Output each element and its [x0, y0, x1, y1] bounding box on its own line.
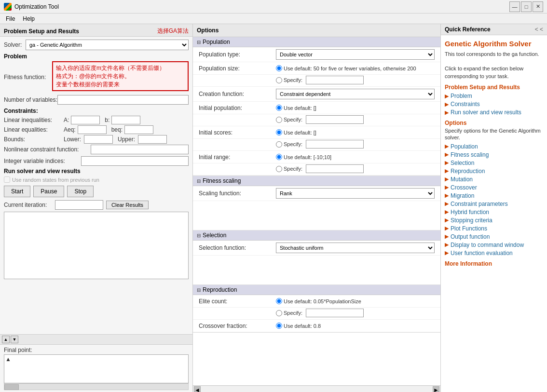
qr-link-run-solver-label: Run solver and view results — [451, 109, 521, 116]
start-button[interactable]: Start — [4, 186, 30, 197]
qr-link-stopping[interactable]: ▶ Stopping criteria — [445, 217, 543, 224]
horizontal-scrollbar[interactable] — [4, 383, 189, 390]
minimize-button[interactable]: — — [509, 1, 520, 12]
init-pop-specify-radio[interactable]: Specify: — [276, 115, 435, 124]
options-header: Options — [193, 24, 440, 37]
init-scores-label: Initial scores: — [199, 129, 276, 136]
iteration-row: Current iteration: Clear Results — [4, 200, 189, 210]
b-input[interactable] — [111, 116, 140, 124]
scaling-fn-select[interactable]: Rank Proportional Top Shift linear Custo… — [276, 188, 435, 199]
init-range-default-radio[interactable]: Use default: [-10;10] — [276, 154, 435, 160]
fitness-scaling-header[interactable]: ⊟ Fitness scaling — [193, 176, 440, 186]
random-states-checkbox[interactable] — [4, 176, 10, 183]
crossover-default-radio[interactable]: Use default: 0.8 — [276, 323, 435, 329]
init-pop-row: Initial population: Use default: [] — [193, 102, 440, 114]
selection-fn-select[interactable]: Stochastic uniform Remainder Uniform Rou… — [276, 243, 435, 253]
linear-ineq-label: Linear inequalities: — [4, 117, 62, 123]
aeq-input[interactable] — [78, 125, 107, 134]
elite-default-radio[interactable]: Use default: 0.05*PopulationSize — [276, 298, 435, 304]
qr-link-output-fn[interactable]: ▶ Output function — [445, 233, 543, 240]
qr-link-migration-label: Migration — [451, 192, 474, 199]
qr-link-migration[interactable]: ▶ Migration — [445, 192, 543, 199]
population-type-row: Population type: Double vector Binary st… — [193, 47, 440, 62]
creation-fn-select[interactable]: Constraint dependent Uniform Feasible po… — [276, 89, 435, 99]
pop-size-specify-input[interactable] — [306, 76, 364, 84]
qr-link-problem-label: Problem — [451, 93, 472, 99]
pause-button[interactable]: Pause — [33, 186, 64, 197]
close-button[interactable]: ✕ — [533, 1, 543, 12]
qr-link-plot-fns[interactable]: ▶ Plot Functions — [445, 225, 543, 232]
arrow-icon-plot-fns: ▶ — [445, 225, 449, 231]
pop-size-default-radio[interactable]: Use default: 50 for five or fewer variab… — [276, 65, 435, 71]
qr-link-user-fn[interactable]: ▶ User function evaluation — [445, 250, 543, 257]
fitness-scaling-collapse-icon: ⊟ — [197, 178, 201, 184]
qr-link-mutation-label: Mutation — [451, 176, 473, 183]
pop-type-select[interactable]: Double vector Binary string Custom — [276, 49, 435, 60]
init-scores-specify-radio[interactable]: Specify: — [276, 140, 435, 149]
menu-file[interactable]: File — [2, 14, 19, 23]
elite-specify-radio[interactable]: Specify: — [276, 309, 435, 317]
num-variables-input[interactable] — [57, 95, 189, 105]
scroll-left-btn[interactable]: ◄ — [194, 386, 201, 392]
qr-link-problem[interactable]: ▶ Problem — [445, 93, 543, 99]
scroll-up-button[interactable]: ▲ — [2, 336, 10, 343]
nonlinear-row: Nonlinear constraint function: — [4, 145, 189, 154]
iter-input[interactable] — [55, 200, 103, 210]
nonlinear-input[interactable] — [91, 145, 189, 154]
run-title: Run solver and view results — [4, 168, 189, 175]
lower-input[interactable] — [84, 135, 113, 144]
population-header[interactable]: ⊟ Population — [193, 37, 440, 47]
qr-link-selection[interactable]: ▶ Selection — [445, 160, 543, 166]
reproduction-section: ⊟ Reproduction Elite count: Use default:… — [193, 285, 440, 333]
init-range-specify-input[interactable] — [306, 164, 364, 173]
ga-link[interactable]: 选择GA算法 — [157, 27, 189, 35]
maximize-button[interactable]: □ — [521, 1, 532, 12]
qr-link-crossover[interactable]: ▶ Crossover — [445, 184, 543, 191]
lower-label: Lower: — [64, 136, 81, 143]
linear-eq-label: Linear equalities: — [4, 126, 62, 133]
stop-button[interactable]: Stop — [67, 186, 94, 197]
selection-header[interactable]: ⊟ Selection — [193, 230, 440, 241]
init-range-label: Initial range: — [199, 154, 276, 161]
reproduction-header[interactable]: ⊟ Reproduction — [193, 285, 440, 295]
scroll-thumb[interactable] — [4, 384, 19, 390]
menu-help[interactable]: Help — [19, 14, 39, 23]
upper-input[interactable] — [138, 135, 167, 144]
init-pop-specify-input[interactable] — [306, 115, 364, 124]
init-scores-specify-input[interactable] — [306, 140, 364, 149]
qr-link-mutation[interactable]: ▶ Mutation — [445, 176, 543, 183]
population-title: Population — [203, 39, 230, 45]
scroll-right-btn[interactable]: ► — [433, 386, 439, 392]
arrow-icon-population: ▶ — [445, 143, 449, 149]
init-range-specify-radio[interactable]: Specify: — [276, 164, 435, 173]
arrow-icon-hybrid-fn: ▶ — [445, 209, 449, 215]
bounds-label: Bounds: — [4, 136, 62, 143]
qr-link-constraint-params[interactable]: ▶ Constraint parameters — [445, 201, 543, 207]
a-label: A: — [64, 117, 69, 123]
creation-fn-label: Creation function: — [199, 91, 276, 97]
bottom-scrollbar[interactable]: ◄ ► — [193, 385, 440, 392]
init-pop-default-radio[interactable]: Use default: [] — [276, 105, 435, 111]
qr-link-run-solver[interactable]: ▶ Run solver and view results — [445, 109, 543, 116]
window-controls[interactable]: — □ ✕ — [509, 1, 543, 12]
qr-link-population[interactable]: ▶ Population — [445, 143, 543, 150]
pop-size-specify-radio[interactable]: Specify: — [276, 76, 435, 84]
qr-link-fitness-scaling[interactable]: ▶ Fitness scaling — [445, 151, 543, 158]
qr-link-hybrid-fn[interactable]: ▶ Hybrid function — [445, 209, 543, 216]
fitness-label: Fitness function: — [4, 74, 52, 81]
scroll-down-button[interactable]: ▼ — [11, 336, 18, 343]
collapse-button[interactable]: < < — [535, 26, 543, 33]
qr-link-reproduction[interactable]: ▶ Reproduction — [445, 168, 543, 175]
qr-link-constraints[interactable]: ▶ Constraints — [445, 101, 543, 108]
solver-row: Solver: ga - Genetic Algorithm — [4, 40, 189, 50]
pop-size-row: Population size: Use default: 50 for fiv… — [193, 62, 440, 75]
init-scores-default-radio[interactable]: Use default: [] — [276, 129, 435, 135]
results-area — [4, 212, 189, 279]
integer-input[interactable] — [81, 156, 189, 166]
qr-link-display[interactable]: ▶ Display to command window — [445, 242, 543, 248]
clear-results-button[interactable]: Clear Results — [106, 201, 149, 209]
beq-input[interactable] — [124, 125, 153, 134]
a-input[interactable] — [71, 116, 100, 124]
elite-specify-input[interactable] — [306, 309, 364, 317]
solver-select[interactable]: ga - Genetic Algorithm — [26, 40, 189, 50]
